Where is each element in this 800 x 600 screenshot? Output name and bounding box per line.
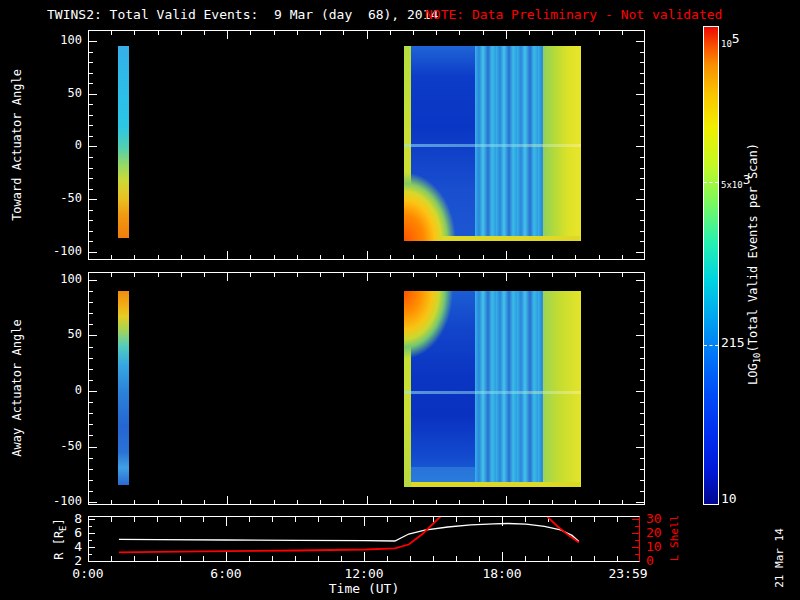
tick-mark xyxy=(89,561,95,562)
tick-mark xyxy=(640,83,644,84)
y-tick-label: -50 xyxy=(46,192,82,204)
x-axis-title: Time (UT) xyxy=(329,581,399,596)
tick-mark xyxy=(89,291,93,292)
tick-mark xyxy=(89,136,93,137)
series-r xyxy=(119,524,579,542)
tick-mark xyxy=(640,115,644,116)
tick-mark xyxy=(640,402,644,403)
tick-mark xyxy=(459,273,460,277)
tick-mark xyxy=(89,52,93,53)
tick-mark xyxy=(320,31,321,35)
tick-mark xyxy=(89,104,93,105)
tick-mark xyxy=(529,273,530,277)
early-orbit-stripe xyxy=(118,46,129,238)
tick-mark xyxy=(599,31,600,35)
tick-mark xyxy=(632,561,639,562)
tick-mark xyxy=(343,273,344,277)
tick-mark xyxy=(181,273,182,277)
tick-mark xyxy=(89,73,93,74)
tick-mark xyxy=(204,273,205,277)
tick-mark xyxy=(636,199,644,200)
y-tick-label: 0 xyxy=(46,139,82,151)
r-tick-label: 6 xyxy=(46,526,82,539)
tick-mark xyxy=(483,255,484,259)
tick-mark xyxy=(89,447,97,448)
tick-mark xyxy=(640,136,644,137)
tick-mark xyxy=(204,31,205,35)
tick-mark xyxy=(506,251,507,259)
orbit-lines xyxy=(89,517,639,561)
tick-mark xyxy=(274,273,275,277)
tick-mark xyxy=(640,458,644,459)
r-tick-label: 4 xyxy=(46,540,82,553)
tick-mark xyxy=(274,31,275,35)
tick-mark xyxy=(227,251,228,259)
tick-mark xyxy=(390,273,391,277)
tick-mark xyxy=(227,496,228,504)
time-tick-label: 6:00 xyxy=(210,567,241,580)
tick-mark xyxy=(367,496,368,504)
tick-mark xyxy=(552,31,553,35)
tick-mark xyxy=(89,347,93,348)
tick-mark xyxy=(636,502,644,503)
away-spectrogram-panel xyxy=(88,272,645,505)
tick-mark xyxy=(274,255,275,259)
tick-mark xyxy=(413,31,414,35)
tick-mark xyxy=(89,502,97,503)
lshell-tick-label: 30 xyxy=(646,512,662,525)
tick-mark xyxy=(297,273,298,277)
tick-mark xyxy=(158,500,159,504)
tick-mark xyxy=(134,255,135,259)
tick-mark xyxy=(89,369,93,370)
tick-mark xyxy=(89,220,93,221)
tick-mark xyxy=(636,94,644,95)
tick-mark xyxy=(89,189,93,190)
tick-mark xyxy=(436,255,437,259)
colorbar-tick-label: 10 xyxy=(721,492,737,505)
y-tick-label: 50 xyxy=(46,328,82,340)
y-axis-label-lshell: L Shell xyxy=(669,515,680,561)
tick-mark xyxy=(390,255,391,259)
tick-mark xyxy=(636,335,644,336)
y-tick-label: 0 xyxy=(46,384,82,396)
preliminary-note: NOTE: Data Preliminary - Not validated xyxy=(425,7,722,22)
tick-mark xyxy=(640,369,644,370)
tick-mark xyxy=(622,273,623,277)
tick-mark xyxy=(640,168,644,169)
tick-mark xyxy=(636,391,644,392)
tick-mark xyxy=(89,146,97,147)
tick-mark xyxy=(640,125,644,126)
tick-mark xyxy=(89,157,93,158)
colorbar-tick-dash xyxy=(704,182,718,183)
tick-mark xyxy=(459,31,460,35)
tick-mark xyxy=(640,231,644,232)
tick-mark xyxy=(89,280,97,281)
tick-mark xyxy=(89,413,93,414)
tick-mark xyxy=(640,178,644,179)
tick-mark xyxy=(89,125,93,126)
tick-mark xyxy=(250,255,251,259)
tick-mark xyxy=(89,391,97,392)
tick-mark xyxy=(89,302,93,303)
tick-mark xyxy=(343,255,344,259)
tick-mark xyxy=(181,31,182,35)
tick-mark xyxy=(640,424,644,425)
tick-mark xyxy=(599,273,600,277)
tick-mark xyxy=(158,273,159,277)
tick-mark xyxy=(622,31,623,35)
scan-boundary-line xyxy=(404,391,581,394)
tick-mark xyxy=(89,199,97,200)
tick-mark xyxy=(343,500,344,504)
tick-mark xyxy=(640,220,644,221)
tick-mark xyxy=(89,435,93,436)
tick-mark xyxy=(640,380,644,381)
tick-mark xyxy=(575,273,576,277)
time-tick-label: 18:00 xyxy=(482,567,521,580)
colorbar-tick-label: 105 xyxy=(721,32,740,49)
tick-mark xyxy=(158,31,159,35)
tick-mark xyxy=(640,241,644,242)
tick-mark xyxy=(204,500,205,504)
tick-mark xyxy=(227,31,228,39)
tick-mark xyxy=(367,31,368,39)
tick-mark xyxy=(552,273,553,277)
